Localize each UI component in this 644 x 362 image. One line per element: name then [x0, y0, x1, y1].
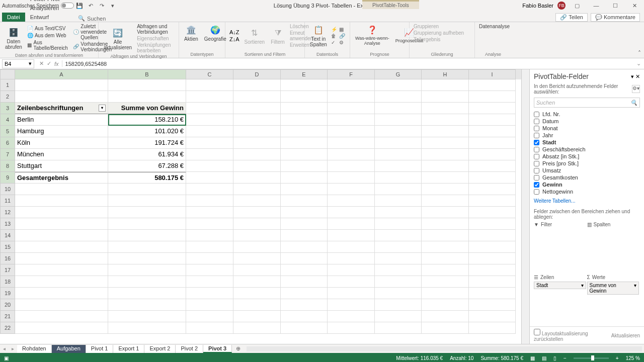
field-item[interactable]: Umsatz — [534, 167, 640, 174]
cell[interactable] — [328, 241, 375, 253]
cell[interactable] — [108, 218, 186, 230]
tab-power-pivot[interactable]: Power Pivot — [25, 0, 72, 4]
cell[interactable] — [375, 103, 422, 114]
ribbon-mode-icon[interactable]: ▢ — [570, 1, 585, 11]
row-header[interactable]: 1 — [0, 79, 15, 91]
row-header[interactable]: 17 — [0, 264, 15, 276]
cell[interactable] — [375, 137, 422, 149]
cell[interactable] — [328, 137, 375, 149]
column-header[interactable]: F — [328, 69, 375, 79]
cell[interactable] — [108, 230, 186, 241]
cell[interactable] — [281, 172, 328, 184]
cell[interactable] — [186, 218, 233, 230]
cell[interactable] — [281, 160, 328, 172]
cell[interactable] — [186, 103, 233, 114]
cell[interactable] — [186, 276, 233, 288]
cell[interactable]: 158.210 € — [108, 114, 186, 126]
field-item[interactable]: Lfd. Nr. — [534, 111, 640, 118]
cell[interactable] — [328, 264, 375, 276]
cell[interactable] — [108, 91, 186, 103]
cell[interactable] — [422, 264, 469, 276]
cell[interactable] — [375, 79, 422, 91]
close-icon[interactable]: ✕ — [627, 1, 642, 11]
row-header[interactable]: 9 — [0, 172, 15, 184]
cell[interactable] — [375, 299, 422, 311]
cell[interactable] — [328, 160, 375, 172]
cell[interactable]: 191.724 € — [108, 137, 186, 149]
cell[interactable] — [328, 207, 375, 218]
cell[interactable] — [186, 114, 233, 126]
sort-asc-icon[interactable]: A↓Z — [229, 29, 239, 35]
field-item[interactable]: Monat — [534, 125, 640, 132]
cell[interactable] — [108, 299, 186, 311]
cell[interactable] — [186, 79, 233, 91]
cell[interactable] — [186, 184, 233, 195]
cell[interactable] — [281, 276, 328, 288]
page-layout-icon[interactable]: ▤ — [542, 355, 546, 361]
cell[interactable] — [15, 241, 108, 253]
cell[interactable] — [15, 299, 108, 311]
sort-desc-icon[interactable]: Z↓A — [229, 36, 239, 42]
row-header[interactable]: 10 — [0, 184, 15, 195]
tab-file[interactable]: Datei — [2, 13, 25, 22]
cell[interactable] — [422, 103, 469, 114]
cell[interactable] — [422, 79, 469, 91]
cell[interactable] — [375, 207, 422, 218]
cell[interactable] — [422, 195, 469, 207]
cell[interactable] — [469, 264, 516, 276]
zoom-slider[interactable] — [574, 357, 609, 359]
cell[interactable] — [422, 218, 469, 230]
cell[interactable] — [233, 172, 281, 184]
cell[interactable] — [422, 207, 469, 218]
sheet-nav-next-icon[interactable]: ▸ — [9, 346, 17, 351]
cell[interactable] — [186, 230, 233, 241]
cell[interactable] — [233, 322, 281, 334]
cell[interactable] — [281, 149, 328, 160]
cancel-icon[interactable]: ✕ — [39, 60, 44, 67]
get-data-button[interactable]: 🗄️Daten abrufen — [3, 26, 24, 51]
filter-area[interactable]: ▼Filter — [534, 221, 587, 274]
cell[interactable] — [328, 195, 375, 207]
field-item[interactable]: Geschäftsbereich — [534, 146, 640, 153]
fx-icon[interactable]: fx — [54, 61, 59, 67]
row-header[interactable]: 19 — [0, 288, 15, 299]
cell[interactable] — [233, 149, 281, 160]
cell[interactable] — [108, 311, 186, 322]
row-header[interactable]: 14 — [0, 230, 15, 241]
row-header[interactable]: 7 — [0, 149, 15, 160]
cell[interactable]: Berlin — [15, 114, 108, 126]
cell[interactable] — [469, 276, 516, 288]
cell[interactable] — [233, 207, 281, 218]
cell[interactable] — [375, 195, 422, 207]
row-header[interactable]: 2 — [0, 91, 15, 103]
cell[interactable] — [328, 103, 375, 114]
data-model-icon[interactable]: ⚙ — [339, 40, 346, 45]
cell[interactable]: Zeilenbeschriftungen▾ — [15, 103, 108, 114]
cell[interactable] — [422, 253, 469, 264]
cell[interactable] — [186, 172, 233, 184]
remove-dup-icon[interactable]: 🗑 — [331, 33, 338, 39]
field-search-input[interactable]: Suchen 🔍 — [534, 98, 640, 108]
cell[interactable] — [469, 184, 516, 195]
cell[interactable] — [15, 195, 108, 207]
share-button[interactable]: 🔗 Teilen — [555, 13, 588, 22]
cell[interactable] — [328, 230, 375, 241]
geography-button[interactable]: 🌍Geografie — [202, 23, 228, 43]
cell[interactable] — [15, 218, 108, 230]
chevron-down-icon[interactable]: ▾ — [634, 283, 636, 294]
cell[interactable] — [375, 184, 422, 195]
cell[interactable] — [233, 114, 281, 126]
cell[interactable] — [375, 288, 422, 299]
cell[interactable] — [233, 264, 281, 276]
cell[interactable] — [281, 184, 328, 195]
cell[interactable] — [281, 322, 328, 334]
sheet-nav-prev-icon[interactable]: ◂ — [0, 346, 9, 351]
cell[interactable] — [422, 149, 469, 160]
cell[interactable] — [469, 230, 516, 241]
cell[interactable] — [328, 276, 375, 288]
cell[interactable] — [375, 218, 422, 230]
cell[interactable] — [233, 241, 281, 253]
cell[interactable] — [328, 218, 375, 230]
chevron-down-icon[interactable]: ▾ — [29, 60, 32, 67]
data-val-icon[interactable]: ✓ — [331, 40, 338, 45]
